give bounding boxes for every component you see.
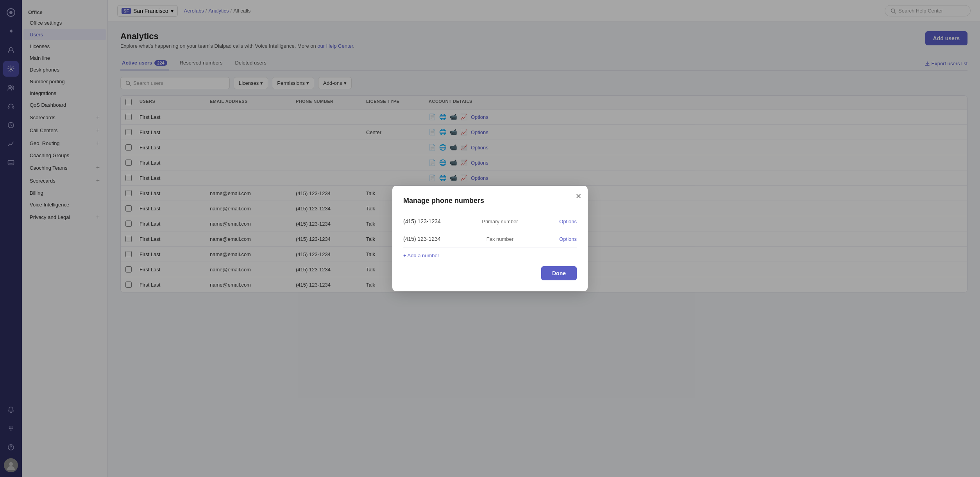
modal-add-number[interactable]: + Add a number [403, 248, 577, 260]
modal-number-row-1: (415) 123-1234 Fax number Options [403, 230, 577, 248]
modal-close-button[interactable]: ✕ [576, 192, 581, 201]
manage-phone-numbers-modal: Manage phone numbers ✕ (415) 123-1234 Pr… [392, 186, 588, 291]
modal-type-0: Primary number [482, 219, 518, 224]
modal-type-1: Fax number [486, 236, 513, 242]
modal-number-row-0: (415) 123-1234 Primary number Options [403, 213, 577, 230]
modal-title: Manage phone numbers [403, 197, 577, 205]
modal-overlay[interactable]: Manage phone numbers ✕ (415) 123-1234 Pr… [0, 0, 980, 477]
modal-done-button[interactable]: Done [541, 266, 577, 280]
modal-options-1[interactable]: Options [559, 236, 577, 242]
modal-options-0[interactable]: Options [559, 219, 577, 224]
modal-phone-1: (415) 123-1234 [403, 236, 441, 242]
modal-phone-0: (415) 123-1234 [403, 218, 441, 224]
modal-footer: Done [403, 266, 577, 280]
